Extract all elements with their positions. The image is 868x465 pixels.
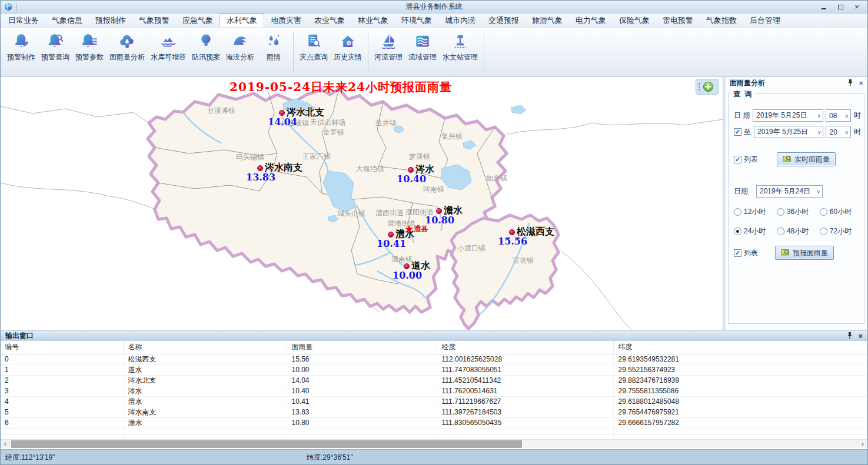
- radio-icon: [820, 208, 827, 216]
- menu-tab[interactable]: 应急气象: [176, 14, 220, 27]
- table-row[interactable]: 2 涔水北支 14.04 111.452105411342 29.8823476…: [1, 375, 867, 386]
- menu-tab[interactable]: 环境气象: [395, 14, 438, 27]
- menu-tab[interactable]: 气象信息: [45, 14, 89, 27]
- end-hour-select[interactable]: 20∨: [826, 126, 851, 138]
- toolbar-rain-info-button[interactable]: 雨情: [257, 32, 290, 63]
- duration-radio[interactable]: 48小时: [777, 226, 820, 236]
- menu-tab[interactable]: 气象指数: [700, 14, 743, 27]
- scrollbar-track[interactable]: [10, 440, 858, 449]
- start-date-select[interactable]: 2019年 5月25日∨: [753, 109, 823, 122]
- toolbar-disaster-query-button[interactable]: 灾点查询: [297, 32, 331, 63]
- document-search-icon: [305, 32, 322, 50]
- cell-id: 0: [1, 354, 123, 364]
- toolbar-flood-analysis-button[interactable]: 淹没分析: [223, 32, 257, 63]
- forecast-date-select[interactable]: 2019年 5月24日∨: [756, 185, 823, 198]
- close-button[interactable]: ×: [853, 4, 860, 11]
- waves-icon: [414, 32, 431, 50]
- toolbar-warning-make-button[interactable]: 预警制作: [4, 32, 38, 63]
- scroll-left-arrow[interactable]: ‹: [1, 440, 10, 448]
- duration-radio[interactable]: 60小时: [820, 207, 863, 217]
- toolbar-warning-query-button[interactable]: 预警查询: [38, 32, 72, 63]
- menu-tab[interactable]: 旅游气象: [526, 14, 569, 27]
- chevron-down-icon: ∨: [817, 129, 822, 135]
- forecast-list-checkbox[interactable]: [734, 249, 741, 257]
- menu-tab[interactable]: 地质灾害: [264, 14, 308, 27]
- toolbar-reservoir-button[interactable]: 水库可增容: [148, 32, 189, 63]
- menu-tab[interactable]: 电力气象: [569, 14, 613, 27]
- radio-icon: [734, 208, 741, 216]
- pin-icon[interactable]: [847, 332, 853, 339]
- duration-radio[interactable]: 12小时: [734, 207, 777, 217]
- town-label: 大堰垱镇: [356, 164, 384, 174]
- panel-title: 面雨量分析: [730, 78, 765, 88]
- table-row[interactable]: 1 道水 10.00 111.747083055051 29.552156374…: [1, 364, 867, 375]
- station-dot-icon: [388, 232, 394, 237]
- chevron-down-icon: ∨: [844, 129, 849, 135]
- table-column-header[interactable]: 名称: [123, 341, 287, 354]
- map-mini-toolbar: [696, 79, 719, 95]
- town-label: 官垸镇: [513, 256, 534, 266]
- cell-latitude: 29.7654476975921: [613, 407, 867, 417]
- duration-radio[interactable]: 72小时: [820, 226, 863, 236]
- panel-close-button[interactable]: ×: [859, 79, 863, 87]
- menu-tab[interactable]: 后台管理: [743, 14, 787, 27]
- end-date-select[interactable]: 2019年 5月25日∨: [754, 126, 823, 138]
- table-row[interactable]: 6 澹水 10.80 111.830565050435 29.666615795…: [1, 417, 867, 428]
- maximize-button[interactable]: [837, 4, 844, 11]
- to-checkbox[interactable]: [734, 128, 741, 136]
- menu-tab[interactable]: 保险气象: [613, 14, 656, 27]
- town-label: 金罗镇: [323, 128, 344, 138]
- output-table: 编号名称面雨量经度纬度 0 松滋西支 15.56 112.00162562502…: [1, 341, 867, 448]
- cell-rainfall: 10.00: [287, 364, 437, 375]
- table-row[interactable]: 5 涔水南支 13.83 111.397267184503 29.7654476…: [1, 407, 867, 417]
- station-rainfall-value: 10.40: [397, 173, 426, 185]
- table-row[interactable]: 0 松滋西支 15.56 112.001625625028 29.6193549…: [1, 354, 867, 364]
- chevron-down-icon: ∨: [844, 113, 849, 119]
- forecast-rainfall-button[interactable]: 预报面雨量: [775, 246, 834, 260]
- pin-icon[interactable]: [847, 79, 853, 86]
- toolbar-warning-params-button[interactable]: 预警参数: [72, 32, 107, 63]
- duration-radio[interactable]: 36小时: [777, 207, 820, 217]
- scrollbar-thumb[interactable]: [11, 440, 522, 448]
- toolbar-flood-plan-button[interactable]: 防汛预案: [189, 32, 223, 63]
- duration-radio[interactable]: 24小时: [734, 226, 777, 236]
- cell-rainfall: 13.83: [287, 407, 437, 417]
- realtime-rainfall-button[interactable]: 实时面雨量: [777, 152, 836, 166]
- start-hour-select[interactable]: 08∨: [826, 109, 851, 122]
- zoom-in-button[interactable]: [703, 81, 714, 92]
- toolbar-river-manage-button[interactable]: 河流管理: [371, 32, 405, 63]
- list-checkbox[interactable]: [734, 156, 741, 163]
- reservoir-mountain-icon: [159, 32, 177, 50]
- map-canvas[interactable]: 2019-05-24日未来24小时预报面雨量 甘溪滩镇 火连坡镇 天供山林场 金…: [1, 77, 723, 330]
- menu-tab[interactable]: 林业气象: [351, 14, 395, 27]
- horizontal-scrollbar[interactable]: ‹ ›: [1, 439, 867, 448]
- menu-tab[interactable]: 交通预报: [482, 14, 526, 27]
- menu-tab[interactable]: 日常业务: [2, 14, 45, 27]
- table-column-header[interactable]: 编号: [1, 341, 123, 354]
- status-bar: 经度:112°13'19" 纬度:29°36'51": [1, 449, 867, 465]
- toolbar-rainfall-analysis-button[interactable]: 面雨量分析: [107, 32, 148, 63]
- output-close-button[interactable]: ×: [858, 332, 863, 340]
- toolbar-history-disaster-button[interactable]: 历史灾情: [331, 32, 365, 63]
- menu-tab[interactable]: 农业气象: [308, 14, 351, 27]
- cell-rainfall: 14.04: [287, 375, 437, 386]
- town-label: 盐井镇: [375, 118, 397, 128]
- toolbar-basin-manage-button[interactable]: 流域管理: [405, 32, 440, 63]
- table-column-header[interactable]: 经度: [437, 341, 613, 354]
- town-label: 澧南镇: [391, 255, 413, 265]
- toolbar-hydro-station-button[interactable]: 水文站管理: [440, 32, 481, 63]
- menu-tab[interactable]: 水利气象: [220, 14, 264, 27]
- cell-id: 1: [1, 364, 123, 375]
- menu-tab[interactable]: 气象预警: [132, 14, 176, 27]
- scroll-right-arrow[interactable]: ›: [858, 440, 867, 448]
- minimize-button[interactable]: [820, 4, 827, 11]
- table-row[interactable]: 4 澧水 10.41 111.711219667627 29.618801248…: [1, 396, 867, 407]
- menu-tab[interactable]: 预报制作: [89, 14, 132, 27]
- cell-name: 松滋西支: [123, 354, 287, 364]
- drag-grip-icon[interactable]: [699, 86, 700, 88]
- table-column-header[interactable]: 纬度: [613, 341, 867, 354]
- table-row[interactable]: 3 涔水 10.40 111.76200514631 29.7555811355…: [1, 386, 867, 396]
- menu-tab[interactable]: 城市内涝: [438, 14, 482, 27]
- menu-tab[interactable]: 雷电预警: [656, 14, 700, 27]
- table-column-header[interactable]: 面雨量: [287, 341, 437, 354]
